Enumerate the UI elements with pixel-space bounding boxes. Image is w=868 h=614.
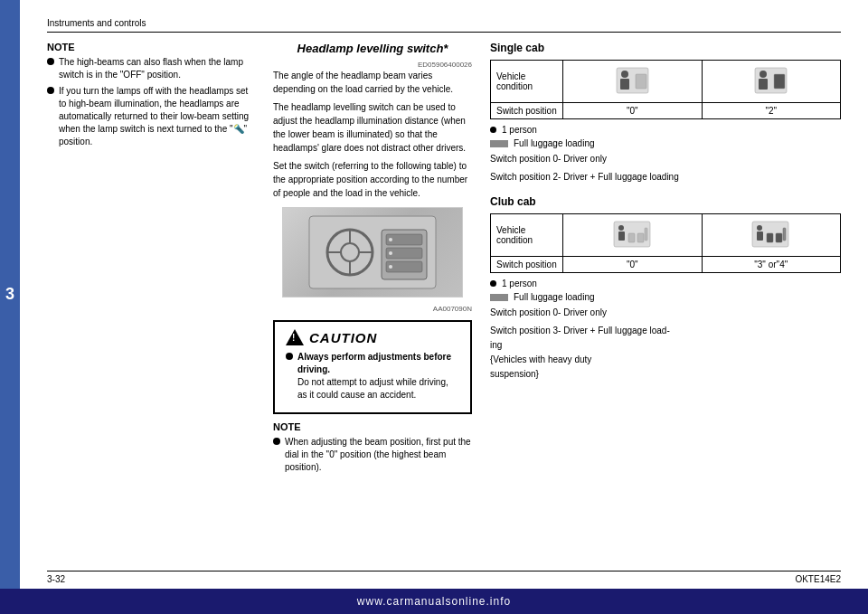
chapter-tab: 3: [0, 0, 20, 589]
table1-col2-header: [563, 61, 703, 103]
table2-col2-header: [563, 214, 703, 257]
header-text: Instruments and controls: [47, 18, 146, 28]
svg-rect-32: [776, 233, 782, 242]
note-item-2: If you turn the lamps off with the headl…: [47, 85, 255, 148]
note2-bullet-icon: [273, 438, 280, 445]
caution-bold-text: Always perform adjustments before drivin…: [297, 352, 451, 374]
club-seat-diagram-3-svg: [750, 217, 791, 251]
legend2-rect-row: Full luggage loading: [490, 292, 841, 302]
caution-bullet-icon: [286, 353, 293, 360]
table2-col3-header: [702, 214, 841, 257]
right-column: Single cab Vehicle condition: [490, 42, 841, 483]
legend1-dot-icon: [490, 127, 496, 133]
seat-diagram-2-svg: [750, 63, 791, 98]
seat-diagram-0-svg: [612, 63, 653, 98]
footer-page-num: 3-32: [47, 574, 65, 584]
body-para-1: The angle of the headlamp beam varies de…: [273, 69, 472, 96]
body-para-2: The headlamp levelling switch can be use…: [273, 100, 472, 155]
note2-item-1: When adjusting the beam position, first …: [273, 436, 472, 474]
svg-rect-16: [620, 79, 629, 90]
svg-point-19: [760, 71, 767, 78]
caution-title: CAUTION: [309, 330, 377, 345]
legend1-rect-row: Full luggage loading: [490, 138, 841, 148]
footer-doc-id: OKTE14E2: [795, 574, 841, 584]
two-column-layout: NOTE The high-beams can also flash when …: [47, 42, 841, 483]
body-para-3: Set the switch (referring to the followi…: [273, 159, 472, 200]
caution-triangle-icon: [286, 329, 304, 345]
svg-rect-24: [618, 231, 625, 241]
switch-pos0b-value: Driver only: [563, 307, 607, 317]
note-item-1: The high-beams can also flash when the l…: [47, 56, 255, 81]
center-column: Headlamp levelling switch* ED05906400026…: [273, 42, 472, 483]
note-section-1: NOTE The high-beams can also flash when …: [47, 42, 255, 148]
switch-pos0-value: Driver only: [563, 154, 607, 164]
legend2-dot-icon: [490, 280, 496, 287]
club-cab-switch-pos3: Switch position 3- Driver + Full luggage…: [490, 324, 841, 382]
section-heading: Headlamp levelling switch*: [273, 42, 472, 55]
caution-text: Always perform adjustments before drivin…: [286, 351, 459, 401]
club-cab-switch-pos0: Switch position 0- Driver only: [490, 306, 841, 320]
club-seat-diagram-0-svg: [612, 217, 653, 251]
heading-text: Headlamp levelling switch*: [297, 42, 448, 55]
table1-col3-header: [702, 61, 841, 103]
svg-point-11: [389, 238, 392, 241]
svg-rect-33: [783, 228, 786, 241]
watermark-text: www.carmanualsonline.info: [357, 595, 511, 608]
bullet-icon-1: [47, 58, 54, 65]
single-cab-switch-pos0: Switch position 0- Driver only: [490, 152, 841, 166]
section-id: ED05906400026: [273, 61, 472, 69]
left-column: NOTE The high-beams can also flash when …: [47, 42, 255, 483]
table2-row-label: Switch position: [491, 257, 563, 273]
table1-col1-header: Vehicle condition: [491, 61, 563, 103]
bullet-icon-2: [47, 87, 54, 94]
table1-row-label: Switch position: [491, 103, 563, 119]
note-text-1: The high-beams can also flash when the l…: [59, 56, 255, 81]
switch-pos2-label: Switch position 2-: [490, 172, 561, 182]
svg-point-15: [621, 71, 628, 78]
svg-rect-30: [757, 231, 763, 241]
switch-pos3-label: Switch position 3-: [490, 326, 561, 335]
svg-rect-26: [637, 233, 644, 242]
switch-pos0b-label: Switch position 0-: [490, 307, 561, 317]
svg-rect-31: [767, 233, 773, 242]
page-content: Instruments and controls NOTE The high-b…: [20, 0, 868, 589]
headlamp-switch-image: [282, 207, 463, 298]
note2-text: When adjusting the beam position, first …: [285, 436, 472, 474]
svg-rect-25: [628, 233, 635, 242]
watermark-bar: www.carmanualsonline.info: [0, 589, 868, 614]
table1-val-0: "0": [563, 103, 703, 119]
legend1-rect-label: Full luggage loading: [514, 138, 595, 148]
club-cab-section: Club cab Vehicle condition: [490, 195, 841, 382]
single-cab-table: Vehicle condition: [490, 60, 841, 119]
svg-rect-17: [636, 74, 646, 89]
legend1-rect-icon: [490, 140, 508, 147]
caution-content: Always perform adjustments before drivin…: [297, 351, 459, 401]
svg-point-12: [389, 251, 392, 255]
table2-col1-header: Vehicle condition: [491, 214, 563, 257]
club-cab-title: Club cab: [490, 195, 841, 208]
image-caption: AA007090N: [273, 305, 472, 313]
single-cab-section: Single cab Vehicle condition: [490, 42, 841, 184]
legend2-dot-row: 1 person: [490, 279, 841, 288]
page-header: Instruments and controls: [47, 18, 841, 33]
switch-pos2-value: Driver + Full luggage loading: [563, 172, 679, 182]
club-cab-table: Vehicle condition: [490, 213, 841, 273]
legend2-dot-label: 1 person: [502, 279, 537, 288]
svg-point-23: [618, 225, 624, 231]
svg-rect-20: [759, 79, 768, 90]
switch-pos0-label: Switch position 0-: [490, 154, 561, 164]
caution-box: CAUTION Always perform adjustments befor…: [273, 320, 472, 414]
single-cab-switch-pos2: Switch position 2- Driver + Full luggage…: [490, 170, 841, 184]
switch-diagram-svg: [300, 212, 445, 293]
caution-item-1: Always perform adjustments before drivin…: [286, 351, 459, 401]
page-footer: 3-32 OKTE14E2: [47, 571, 841, 584]
svg-rect-21: [774, 74, 785, 89]
table2-val-3: "3" or"4": [702, 257, 841, 273]
note-text-2: If you turn the lamps off with the headl…: [59, 85, 255, 148]
chapter-number: 3: [5, 285, 14, 304]
svg-point-13: [389, 265, 392, 269]
legend1-dot-label: 1 person: [502, 125, 537, 135]
table1-val-2: "2": [702, 103, 841, 119]
note-section-2: NOTE When adjusting the beam position, f…: [273, 421, 472, 474]
svg-point-29: [757, 225, 762, 231]
